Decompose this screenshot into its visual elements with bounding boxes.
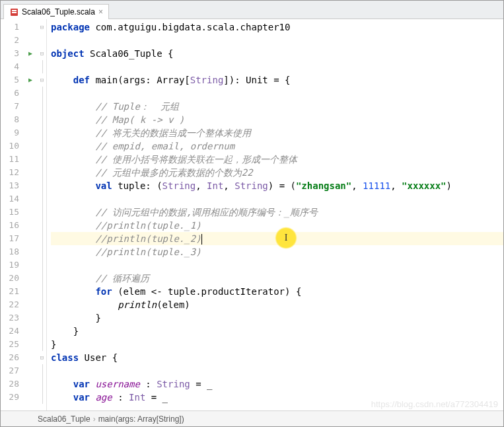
line-number-gutter: 1234567891011121314151617181920212223242… [1, 19, 23, 410]
tab-bar: Scala06_Tuple.scala × [1, 1, 503, 19]
svg-rect-1 [12, 10, 17, 11]
fold-gutter: ⊟⊟⊟⊟ [38, 19, 47, 410]
editor[interactable]: 1234567891011121314151617181920212223242… [1, 19, 503, 410]
breadcrumb-item[interactable]: main(args: Array[String]) [98, 414, 184, 424]
fold-icon[interactable]: ⊟ [38, 47, 46, 60]
file-tab[interactable]: Scala06_Tuple.scala × [3, 4, 109, 19]
run-markers: ▶▶ [23, 19, 38, 410]
text-caret [201, 234, 202, 245]
code-area[interactable]: package com.atguigu.bigdata.scala.chapte… [47, 19, 503, 410]
run-main-icon[interactable]: ▶ [23, 73, 38, 87]
breadcrumb-item[interactable]: Scala06_Tuple [38, 414, 90, 424]
chevron-right-icon: › [93, 414, 96, 424]
fold-icon[interactable]: ⊟ [38, 20, 46, 34]
scala-file-icon [9, 7, 18, 17]
breadcrumb[interactable]: Scala06_Tuple › main(args: Array[String]… [1, 410, 503, 426]
tab-label: Scala06_Tuple.scala [22, 7, 95, 17]
fold-icon[interactable]: ⊟ [38, 73, 46, 87]
svg-rect-2 [12, 12, 17, 13]
fold-icon[interactable]: ⊟ [38, 351, 46, 364]
close-icon[interactable]: × [98, 7, 103, 17]
run-object-icon[interactable]: ▶ [23, 47, 38, 60]
